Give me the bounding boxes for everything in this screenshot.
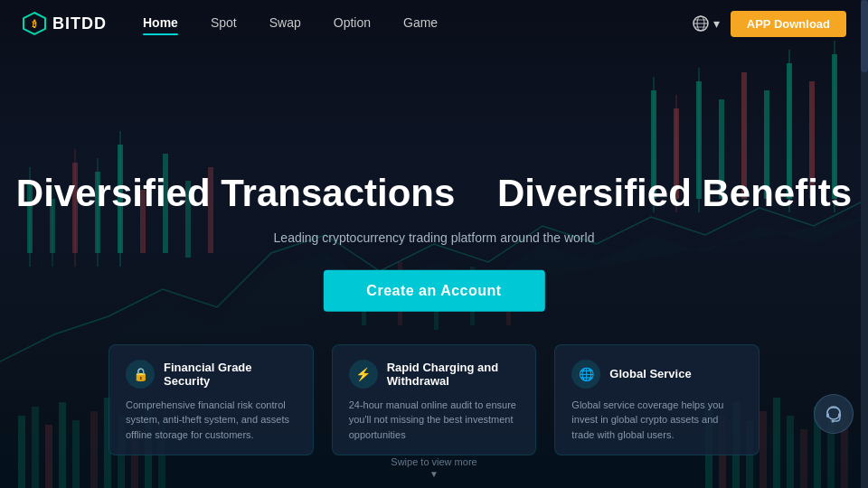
nav-game[interactable]: Game — [403, 15, 438, 32]
svg-rect-64 — [826, 413, 829, 418]
svg-rect-39 — [90, 411, 98, 488]
main-nav: Home Spot Swap Option Game — [143, 15, 692, 32]
svg-rect-50 — [773, 398, 780, 488]
card-global-header: 🌐 Global Service — [571, 360, 742, 389]
scrollbar-thumb[interactable] — [861, 0, 868, 72]
swipe-hint: Swipe to view more ▼ — [391, 456, 476, 479]
card-charging: ⚡ Rapid Charging and Withdrawal 24-hour … — [332, 344, 537, 456]
nav-spot[interactable]: Spot — [211, 15, 237, 32]
nav-option[interactable]: Option — [334, 15, 371, 32]
card-security-desc: Comprehensive financial risk control sys… — [126, 398, 297, 443]
card-charging-header: ⚡ Rapid Charging and Withdrawal — [349, 360, 520, 389]
card-global: 🌐 Global Service Global service coverage… — [554, 344, 760, 456]
svg-rect-52 — [800, 429, 807, 488]
svg-point-66 — [832, 420, 835, 423]
hero-subtitle: Leading cryptocurrency trading platform … — [16, 230, 852, 245]
svg-rect-37 — [59, 402, 66, 488]
language-selector[interactable]: ▾ — [692, 14, 720, 33]
feature-cards: 🔒 Financial Grade Security Comprehensive… — [108, 344, 760, 456]
card-security-header: 🔒 Financial Grade Security — [126, 360, 297, 389]
hero-section: ₿ BITDD Home Spot Swap Option Game ▾ — [0, 0, 868, 488]
card-global-title: Global Service — [609, 367, 691, 380]
svg-rect-35 — [32, 407, 39, 488]
card-security: 🔒 Financial Grade Security Comprehensive… — [108, 344, 314, 456]
create-account-button[interactable]: Create an Account — [323, 270, 544, 312]
header: ₿ BITDD Home Spot Swap Option Game ▾ — [0, 0, 868, 47]
global-icon: 🌐 — [571, 360, 600, 389]
globe-chevron: ▾ — [713, 16, 720, 31]
card-security-title: Financial Grade Security — [164, 361, 297, 388]
swipe-down-arrow: ▼ — [391, 469, 476, 479]
security-icon: 🔒 — [126, 360, 155, 389]
scrollbar[interactable] — [861, 0, 868, 488]
hero-content: Diversified Transactions Diversified Ben… — [16, 171, 852, 312]
svg-rect-49 — [760, 411, 767, 488]
headset-icon — [824, 404, 844, 424]
svg-text:₿: ₿ — [32, 19, 37, 29]
hero-title-line1: Diversified Transactions — [16, 172, 456, 214]
card-charging-title: Rapid Charging and Withdrawal — [387, 361, 520, 388]
nav-home[interactable]: Home — [143, 15, 178, 32]
svg-rect-51 — [787, 416, 794, 488]
hero-title-line2: Diversified Benefits — [497, 172, 852, 214]
header-right: ▾ APP Download — [692, 11, 846, 37]
card-global-desc: Global service coverage helps you invest… — [571, 398, 742, 443]
app-download-button[interactable]: APP Download — [731, 11, 846, 37]
logo-icon: ₿ — [22, 11, 47, 36]
charging-icon: ⚡ — [349, 360, 378, 389]
svg-rect-36 — [45, 425, 52, 488]
svg-rect-34 — [18, 416, 25, 488]
svg-rect-65 — [838, 413, 841, 418]
support-button[interactable] — [814, 394, 854, 434]
logo: ₿ BITDD — [22, 11, 107, 36]
hero-title: Diversified Transactions Diversified Ben… — [16, 171, 852, 216]
logo-text: BITDD — [52, 14, 107, 33]
card-charging-desc: 24-hour manual online audit to ensure yo… — [349, 398, 520, 443]
nav-swap[interactable]: Swap — [269, 15, 301, 32]
svg-rect-38 — [72, 420, 80, 488]
globe-icon — [692, 14, 710, 33]
